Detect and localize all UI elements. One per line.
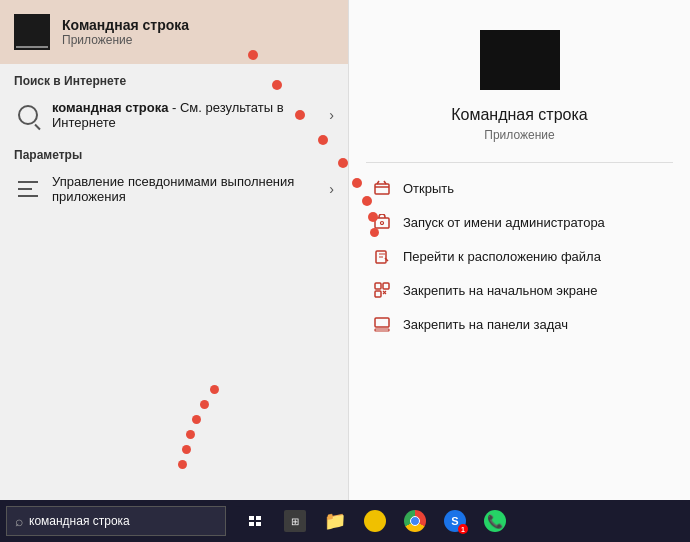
svg-rect-4 bbox=[375, 283, 381, 289]
calculator-icon: ⊞ bbox=[284, 510, 306, 532]
sticky-notes-icon bbox=[364, 510, 386, 532]
svg-rect-7 bbox=[375, 318, 389, 327]
action-pin-taskbar-label: Закрепить на панели задач bbox=[403, 317, 568, 332]
action-run-as-admin-label: Запуск от имени администратора bbox=[403, 215, 605, 230]
chrome-button[interactable] bbox=[396, 500, 434, 542]
action-file-location[interactable]: Перейти к расположению файла bbox=[369, 239, 670, 273]
folder-icon: 📁 bbox=[324, 510, 346, 532]
taskbar-search-icon: ⌕ bbox=[15, 513, 23, 529]
calculator-button[interactable]: ⊞ bbox=[276, 500, 314, 542]
right-app-subtitle: Приложение bbox=[484, 128, 554, 142]
run-as-admin-icon bbox=[374, 214, 390, 230]
chevron-right-icon: › bbox=[329, 107, 334, 123]
svg-point-2 bbox=[381, 222, 384, 225]
svg-rect-8 bbox=[375, 329, 389, 331]
sticky-notes-button[interactable] bbox=[356, 500, 394, 542]
taskbar-search-box[interactable]: ⌕ командная строка bbox=[6, 506, 226, 536]
taskview-icon bbox=[249, 516, 261, 526]
svg-rect-5 bbox=[383, 283, 389, 289]
cmd-app-icon bbox=[14, 14, 50, 50]
top-result-item[interactable]: Командная строка Приложение bbox=[0, 0, 348, 64]
taskbar: ⌕ командная строка ⊞ 📁 bbox=[0, 500, 690, 542]
s-app-badge: 1 bbox=[458, 524, 468, 534]
action-run-as-admin[interactable]: Запуск от имени администратора bbox=[369, 205, 670, 239]
section-header-params: Параметры bbox=[0, 138, 348, 166]
pin-taskbar-icon bbox=[374, 316, 390, 332]
params-icon bbox=[18, 181, 38, 197]
action-pin-start-label: Закрепить на начальном экране bbox=[403, 283, 598, 298]
action-open[interactable]: Открыть bbox=[369, 171, 670, 205]
chrome-icon bbox=[404, 510, 426, 532]
svg-rect-1 bbox=[375, 218, 389, 228]
top-result-subtitle: Приложение bbox=[62, 33, 189, 47]
divider bbox=[366, 162, 673, 163]
params-item-text: Управление псевдонимами выполнения прило… bbox=[52, 174, 294, 204]
taskview-button[interactable] bbox=[236, 500, 274, 542]
action-pin-taskbar[interactable]: Закрепить на панели задач bbox=[369, 307, 670, 341]
s-app-icon: S 1 bbox=[444, 510, 466, 532]
right-panel: Командная строка Приложение Открыть bbox=[348, 0, 690, 500]
svg-rect-0 bbox=[375, 184, 389, 194]
open-icon bbox=[374, 180, 390, 196]
file-location-icon bbox=[374, 248, 390, 264]
action-open-label: Открыть bbox=[403, 181, 454, 196]
taskbar-search-text: командная строка bbox=[29, 514, 130, 528]
whatsapp-icon: 📞 bbox=[484, 510, 506, 532]
search-panel: Командная строка Приложение Поиск в Инте… bbox=[0, 0, 348, 500]
whatsapp-button[interactable]: 📞 bbox=[476, 500, 514, 542]
params-item[interactable]: Управление псевдонимами выполнения прило… bbox=[0, 166, 348, 212]
right-app-title: Командная строка bbox=[451, 106, 588, 124]
s-app-button[interactable]: S 1 bbox=[436, 500, 474, 542]
action-list: Открыть Запуск от имени администратора bbox=[349, 171, 690, 341]
internet-search-item[interactable]: командная строка - См. результаты в Инте… bbox=[0, 92, 348, 138]
search-item-main: командная строка bbox=[52, 100, 168, 115]
taskbar-icons: ⊞ 📁 S 1 📞 bbox=[236, 500, 514, 542]
action-file-location-label: Перейти к расположению файла bbox=[403, 249, 601, 264]
svg-rect-6 bbox=[375, 291, 381, 297]
section-header-internet: Поиск в Интернете bbox=[0, 64, 348, 92]
explorer-button[interactable]: 📁 bbox=[316, 500, 354, 542]
action-pin-start[interactable]: Закрепить на начальном экране bbox=[369, 273, 670, 307]
top-result-title: Командная строка bbox=[62, 17, 189, 33]
chevron-right-icon-2: › bbox=[329, 181, 334, 197]
right-app-icon bbox=[480, 30, 560, 90]
search-icon bbox=[18, 105, 38, 125]
pin-start-icon bbox=[374, 282, 390, 298]
